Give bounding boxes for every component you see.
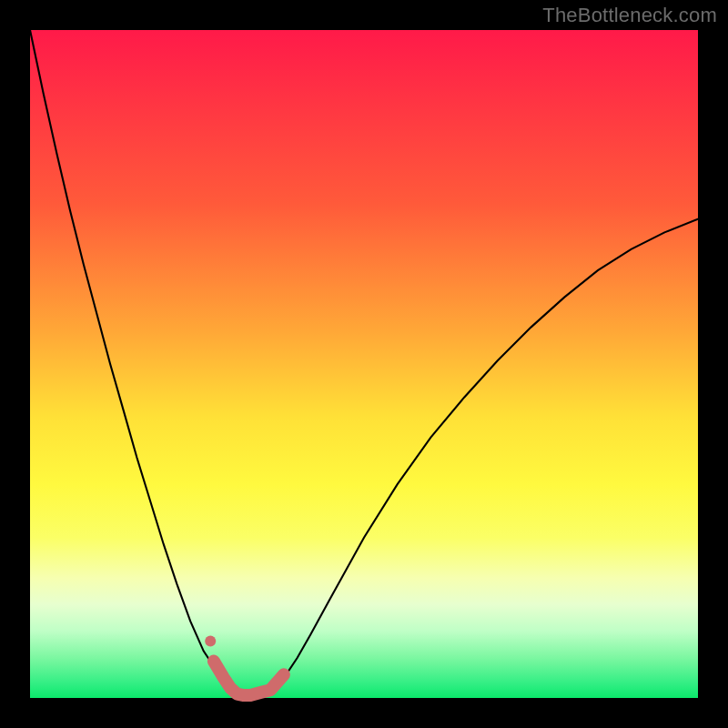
bottleneck-curve [30,30,698,697]
marker-dot [205,636,216,647]
outer-frame: TheBottleneck.com [0,0,728,728]
highlight-segment [214,662,284,696]
chart-area [30,30,698,698]
watermark-text: TheBottleneck.com [542,4,717,27]
chart-svg [30,30,698,698]
